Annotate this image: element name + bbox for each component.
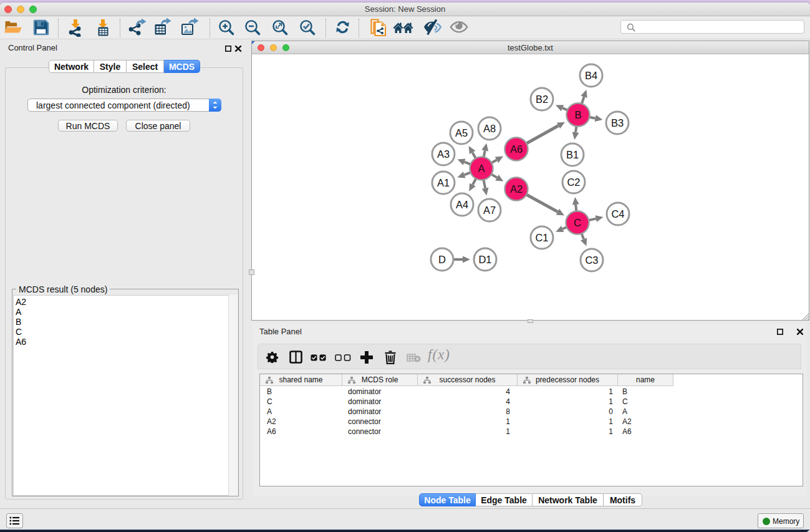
- svg-text:C4: C4: [611, 208, 624, 220]
- svg-text:B2: B2: [536, 94, 548, 105]
- svg-text:C1: C1: [535, 232, 548, 243]
- svg-text:C: C: [574, 217, 581, 228]
- svg-text:A4: A4: [456, 199, 468, 210]
- svg-text:A8: A8: [483, 123, 496, 134]
- svg-text:A6: A6: [510, 143, 523, 155]
- svg-text:A7: A7: [483, 205, 496, 216]
- svg-text:B4: B4: [585, 70, 597, 81]
- svg-text:A: A: [478, 163, 485, 174]
- svg-text:A5: A5: [455, 127, 468, 138]
- svg-text:A2: A2: [510, 183, 523, 195]
- svg-text:C2: C2: [567, 177, 580, 188]
- svg-text:B3: B3: [611, 117, 624, 128]
- svg-text:C3: C3: [585, 254, 598, 266]
- svg-text:D: D: [438, 254, 446, 265]
- svg-text:A3: A3: [437, 148, 450, 160]
- svg-text:A1: A1: [437, 177, 450, 188]
- svg-text:D1: D1: [478, 254, 491, 265]
- svg-text:B1: B1: [566, 149, 579, 160]
- svg-text:B: B: [574, 109, 581, 120]
